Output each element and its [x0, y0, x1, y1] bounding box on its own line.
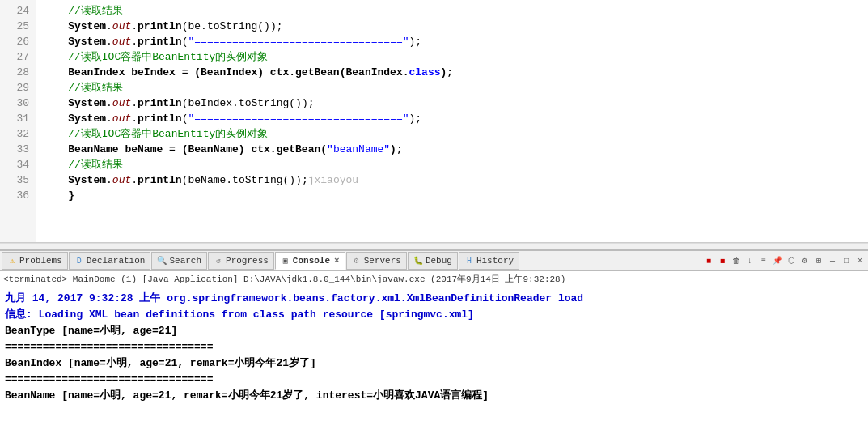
word-wrap-icon[interactable]: ≡: [757, 254, 770, 267]
tab-search[interactable]: 🔍 Search: [151, 252, 207, 270]
tab-history[interactable]: H History: [459, 252, 519, 270]
comment-34: //读取结果: [68, 159, 123, 171]
code-line-25: System.out.println(be.toString());: [43, 19, 862, 34]
out-26: out: [112, 36, 131, 48]
console-sep-1: =================================: [5, 341, 213, 353]
tab-problems-label: Problems: [19, 256, 62, 266]
console-line-5: BeanIndex [name=小明, age=21, remark=小明今年2…: [5, 355, 863, 372]
code-line-29: //读取结果: [43, 80, 862, 96]
code-line-28: BeanIndex beIndex = (BeanIndex) ctx.getB…: [43, 65, 862, 80]
code-28: BeanIndex beIndex = (BeanIndex) ctx.getB…: [68, 66, 409, 79]
clear-icon[interactable]: 🗑: [730, 254, 743, 267]
tab-console[interactable]: ▣ Console ×: [275, 252, 345, 270]
class-28: class: [409, 66, 441, 79]
console-line-2: 信息: Loading XML bean definitions from cl…: [5, 307, 863, 323]
scroll-lock-icon[interactable]: ↓: [743, 254, 756, 267]
code-36: }: [68, 189, 74, 202]
tab-declaration[interactable]: D Declaration: [69, 252, 151, 270]
console-beanname-line: BeanName [name=小明, age=21, remark=小明今年21…: [5, 389, 489, 402]
tab-search-label: Search: [169, 256, 201, 266]
out-25: out: [112, 20, 131, 32]
terminate-icon[interactable]: ◼: [716, 254, 729, 267]
tab-debug[interactable]: 🐛 Debug: [408, 252, 458, 270]
code-line-30: System.out.println(beIndex.toString());: [43, 96, 862, 111]
console-close-icon[interactable]: ×: [334, 256, 340, 266]
code-30: System: [68, 97, 106, 109]
debug-icon: 🐛: [413, 256, 423, 266]
code-line-32: //读取IOC容器中BeanEntity的实例对象: [43, 126, 862, 142]
tab-console-label: Console: [293, 256, 330, 266]
code-line-36: }: [43, 188, 862, 203]
tab-servers-label: Servers: [364, 256, 401, 266]
code-25: System: [68, 20, 106, 32]
faded-35: jxiaoyou: [308, 174, 358, 186]
console-line-3: BeanType [name=小明, age=21]: [5, 323, 863, 339]
code-33: BeanName beName = (BeanName) ctx.getBean…: [68, 143, 327, 155]
code-31: System: [68, 113, 106, 125]
console-icon: ▣: [281, 256, 290, 266]
comment-32: //读取IOC容器中BeanEntity的实例对象: [68, 128, 268, 140]
out-30: out: [112, 97, 131, 109]
tabs-bar: ⚠ Problems D Declaration 🔍 Search ↺ Prog…: [0, 250, 868, 271]
code-line-24: //读取结果: [43, 3, 862, 19]
console-line-6: =================================: [5, 372, 863, 388]
tabs-right-icons: ■ ◼ 🗑 ↓ ≡ 📌 ⬡ ⚙ ⊞ — □ ×: [702, 254, 866, 267]
console-line-4: =================================: [5, 339, 863, 355]
open-console-icon[interactable]: ⬡: [785, 254, 798, 267]
stop-icon[interactable]: ■: [702, 254, 715, 267]
str-33: "beanName": [327, 143, 390, 155]
history-icon: H: [464, 256, 474, 266]
comment-29: //读取结果: [68, 82, 123, 94]
out-35: out: [112, 174, 131, 186]
console-beantype-line: BeanType [name=小明, age=21]: [5, 325, 177, 337]
out-31: out: [112, 113, 131, 125]
code-content: //读取结果 System.out.println(be.toString())…: [36, 0, 868, 242]
servers-icon: ⚙: [352, 256, 362, 266]
console-sep-2: =================================: [5, 373, 213, 385]
comment-27: //读取IOC容器中BeanEntity的实例对象: [68, 51, 268, 63]
console-line-7: BeanName [name=小明, age=21, remark=小明今年21…: [5, 388, 863, 404]
code-line-33: BeanName beName = (BeanName) ctx.getBean…: [43, 142, 862, 157]
console-spring-line: 九月 14, 2017 9:32:28 上午 org.springframewo…: [5, 292, 583, 304]
close-panel-icon[interactable]: ×: [853, 254, 866, 267]
console-beanindex-line: BeanIndex [name=小明, age=21, remark=小明今年2…: [5, 357, 316, 369]
console-info-line: 信息: Loading XML bean definitions from cl…: [5, 308, 474, 321]
tab-debug-label: Debug: [426, 256, 452, 266]
line-numbers: 24 25 26 27 28 29 30 31 32 33 34 35 36: [0, 0, 36, 242]
tab-declaration-label: Declaration: [87, 256, 146, 266]
tab-history-label: History: [476, 256, 514, 266]
comment-24: //读取结果: [68, 5, 123, 17]
tab-progress-label: Progress: [226, 256, 269, 266]
settings-icon[interactable]: ⚙: [798, 254, 811, 267]
tab-problems[interactable]: ⚠ Problems: [2, 252, 68, 270]
bottom-panel: ⚠ Problems D Declaration 🔍 Search ↺ Prog…: [0, 249, 868, 423]
expand-icon[interactable]: ⊞: [812, 254, 825, 267]
tab-servers[interactable]: ⚙ Servers: [346, 252, 407, 270]
maximize-icon[interactable]: □: [840, 254, 853, 267]
console-line-1: 九月 14, 2017 9:32:28 上午 org.springframewo…: [5, 291, 863, 307]
search-icon: 🔍: [157, 256, 167, 266]
status-line: <terminated> MainDome (1) [Java Applicat…: [0, 271, 868, 287]
code-line-35: System.out.println(beName.toString());jx…: [43, 172, 862, 188]
code-35: System: [68, 174, 106, 186]
declaration-icon: D: [74, 256, 84, 266]
code-line-34: //读取结果: [43, 157, 862, 172]
horizontal-scrollbar[interactable]: [0, 243, 868, 249]
pin-icon[interactable]: 📌: [771, 254, 784, 267]
code-26: System: [68, 36, 106, 48]
console-output[interactable]: 九月 14, 2017 9:32:28 上午 org.springframewo…: [0, 287, 868, 423]
code-line-31: System.out.println("====================…: [43, 111, 862, 126]
str-26: "=================================": [188, 36, 409, 48]
minimize-icon[interactable]: —: [826, 254, 839, 267]
tab-progress[interactable]: ↺ Progress: [208, 252, 274, 270]
code-editor: 24 25 26 27 28 29 30 31 32 33 34 35 36 /…: [0, 0, 868, 243]
progress-icon: ↺: [214, 256, 223, 266]
str-31: "=================================": [188, 113, 409, 125]
problems-icon: ⚠: [7, 256, 17, 266]
code-line-26: System.out.println("====================…: [43, 34, 862, 49]
code-line-27: //读取IOC容器中BeanEntity的实例对象: [43, 49, 862, 65]
